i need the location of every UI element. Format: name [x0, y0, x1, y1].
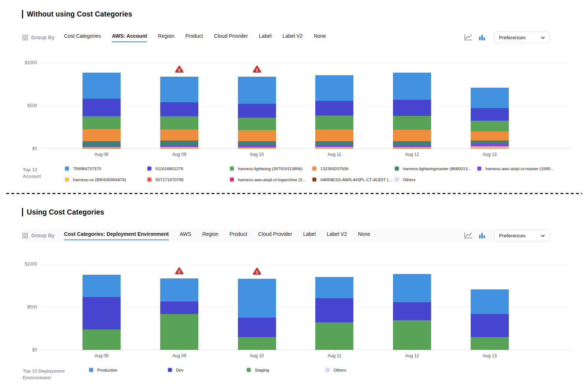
legend-item[interactable]: HARNESS-AWS-AISPL-CT-AUDIT (...: [311, 176, 394, 183]
bar-segment[interactable]: [315, 116, 353, 129]
bar-segment[interactable]: [82, 141, 121, 146]
bar-segment[interactable]: [238, 118, 276, 131]
bar-segment[interactable]: [471, 88, 509, 109]
tab-region[interactable]: Region: [202, 231, 218, 240]
bar-segment[interactable]: [82, 329, 121, 350]
bar-chart-toggle-icon[interactable]: [478, 231, 486, 240]
stacked-bar[interactable]: [315, 75, 353, 149]
bar-segment[interactable]: [238, 130, 276, 141]
legend-item[interactable]: Staging: [246, 367, 324, 373]
anomaly-badge[interactable]: 1: [253, 65, 261, 74]
stacked-bar[interactable]: [393, 73, 431, 149]
legend-item[interactable]: harness-lightwingmaster (8680013...: [394, 165, 476, 172]
stacked-bar[interactable]: [160, 278, 198, 350]
stacked-bar[interactable]: [393, 274, 431, 350]
bar-chart-toggle-icon[interactable]: [478, 33, 486, 41]
bar-segment[interactable]: [238, 77, 276, 104]
legend-item[interactable]: harness-ce (890436954479): [64, 176, 146, 183]
tab-cloud-provider[interactable]: Cloud Provider: [258, 231, 292, 240]
bar-segment[interactable]: [315, 277, 353, 299]
bar-segment[interactable]: [82, 73, 121, 98]
bar-segment[interactable]: [160, 102, 198, 116]
bar-segment[interactable]: [160, 314, 198, 350]
preferences-button[interactable]: Preferences: [494, 230, 550, 241]
legend-item[interactable]: 132359207506: [311, 165, 394, 172]
stacked-bar[interactable]: [315, 277, 353, 350]
legend-item[interactable]: Others: [394, 176, 476, 183]
line-chart-toggle-icon[interactable]: [464, 34, 473, 41]
bar-segment[interactable]: [393, 320, 431, 350]
tab-none[interactable]: None: [314, 33, 326, 42]
bar-segment[interactable]: [393, 100, 431, 116]
bar-segment[interactable]: [471, 121, 509, 131]
bar-segment[interactable]: [238, 337, 276, 350]
legend-item[interactable]: Others: [324, 367, 403, 373]
bar-segment[interactable]: [471, 131, 509, 140]
preferences-button[interactable]: Preferences: [494, 32, 550, 43]
anomaly-badge[interactable]: 2: [175, 267, 184, 276]
legend-item[interactable]: 557171970705: [146, 176, 229, 183]
tab-product[interactable]: Product: [229, 231, 247, 240]
bar-segment[interactable]: [393, 274, 431, 302]
anomaly-badge[interactable]: 1: [253, 267, 261, 277]
tab-label[interactable]: Label: [259, 33, 271, 42]
bar-segment[interactable]: [160, 77, 198, 102]
bar-segment[interactable]: [160, 278, 198, 302]
bar-segment[interactable]: [471, 140, 509, 143]
line-chart-toggle-icon[interactable]: [464, 232, 473, 239]
bar-segment[interactable]: [315, 141, 353, 145]
bar-segment[interactable]: [315, 129, 353, 141]
bar-segment[interactable]: [82, 99, 121, 116]
bar-segment[interactable]: [160, 302, 198, 314]
bar-segment[interactable]: [160, 116, 198, 129]
legend-item[interactable]: harness-lightwing (357919113896): [229, 165, 311, 172]
legend-item[interactable]: 511616801275: [146, 165, 229, 172]
bar-segment[interactable]: [238, 318, 276, 337]
bar-segment[interactable]: [315, 298, 353, 322]
bar-segment[interactable]: [238, 279, 276, 318]
tab-label-v2[interactable]: Label V2: [327, 231, 347, 240]
bar-segment[interactable]: [82, 129, 121, 141]
legend-item[interactable]: harness-aws-aispl-ct-master (1589...: [476, 165, 559, 172]
stacked-bar[interactable]: [238, 77, 276, 149]
bar-segment[interactable]: [393, 73, 431, 100]
legend-item[interactable]: Production: [88, 367, 167, 373]
tab-cloud-provider[interactable]: Cloud Provider: [214, 33, 248, 42]
bar-segment[interactable]: [238, 141, 276, 145]
bar-segment[interactable]: [160, 140, 198, 146]
legend-item[interactable]: harness-aws-aispl-ct-logarchive (3...: [229, 176, 311, 183]
bar-segment[interactable]: [238, 104, 276, 117]
anomaly-badge[interactable]: 2: [175, 65, 184, 74]
tab-aws[interactable]: AWS: [180, 231, 191, 240]
legend-item[interactable]: 759984737373: [64, 165, 146, 172]
bar-segment[interactable]: [315, 322, 353, 350]
stacked-bar[interactable]: [471, 88, 509, 149]
tab-cost-categories[interactable]: Cost Categories: [64, 33, 101, 42]
tab-cost-categories-deployment-environment[interactable]: Cost Categories: Deployment Environment: [64, 231, 169, 240]
bar-segment[interactable]: [471, 337, 509, 350]
bar-segment[interactable]: [160, 129, 198, 141]
bar-segment[interactable]: [393, 302, 431, 320]
bar-segment[interactable]: [471, 108, 509, 120]
stacked-bar[interactable]: [160, 77, 198, 149]
stacked-bar[interactable]: [471, 289, 509, 350]
stacked-bar[interactable]: [82, 275, 121, 350]
stacked-bar[interactable]: [82, 73, 121, 149]
bar-segment[interactable]: [315, 101, 353, 116]
tab-product[interactable]: Product: [185, 33, 203, 42]
tab-region[interactable]: Region: [158, 33, 174, 42]
bar-segment[interactable]: [393, 130, 431, 141]
bar-segment[interactable]: [315, 75, 353, 101]
bar-segment[interactable]: [471, 314, 509, 337]
bar-segment[interactable]: [393, 141, 431, 146]
bar-segment[interactable]: [393, 116, 431, 129]
bar-segment[interactable]: [82, 116, 121, 129]
tab-label-v2[interactable]: Label V2: [283, 33, 303, 42]
bar-segment[interactable]: [471, 144, 509, 146]
tab-aws-account[interactable]: AWS: Account: [112, 33, 147, 42]
bar-segment[interactable]: [471, 289, 509, 314]
bar-segment[interactable]: [82, 297, 121, 329]
tab-label[interactable]: Label: [303, 231, 316, 240]
tab-none[interactable]: None: [358, 231, 370, 240]
legend-item[interactable]: Dev: [167, 367, 246, 373]
